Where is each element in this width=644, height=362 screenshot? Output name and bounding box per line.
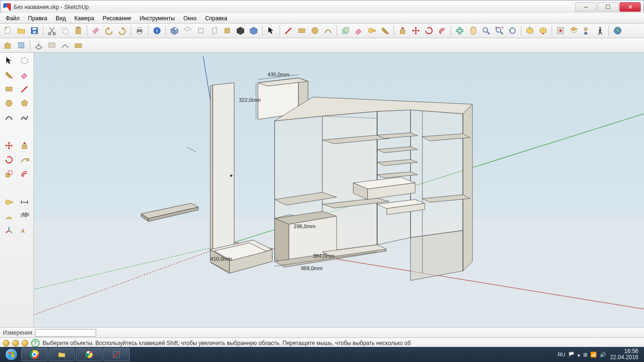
volume-icon[interactable]: 🔊 — [600, 352, 606, 358]
move-icon[interactable] — [2, 140, 16, 152]
circle-icon[interactable] — [2, 97, 16, 109]
cut-icon[interactable] — [46, 25, 58, 37]
credits-status-icon[interactable] — [12, 340, 19, 346]
move-tool-icon[interactable] — [410, 25, 422, 37]
extensions-icon[interactable] — [554, 25, 567, 37]
arc-tool-icon[interactable] — [322, 25, 334, 37]
menu-edit[interactable]: Правка — [25, 14, 51, 23]
menu-camera[interactable]: Камера — [71, 14, 98, 23]
section-cut-icon[interactable] — [59, 39, 71, 51]
clock[interactable]: 16:56 22.04.2016 — [610, 348, 638, 361]
rectangle-icon[interactable] — [2, 83, 16, 95]
menu-window[interactable]: Окно — [180, 14, 200, 23]
open-file-icon[interactable] — [15, 25, 27, 37]
measurements-input[interactable] — [35, 329, 96, 337]
freehand-icon[interactable] — [17, 111, 32, 123]
geo-status-icon[interactable] — [3, 340, 9, 346]
orbit-tool-icon[interactable] — [454, 25, 466, 37]
menu-help[interactable]: Справка — [201, 14, 231, 23]
make-component-icon[interactable] — [339, 25, 352, 37]
dc-options-icon[interactable] — [15, 39, 27, 51]
followme-icon[interactable] — [17, 154, 32, 166]
3dtext-icon[interactable]: A — [17, 224, 32, 237]
help-icon[interactable]: ? — [31, 339, 40, 347]
dynamic-component-icon[interactable] — [2, 39, 14, 51]
line-tool-icon[interactable] — [282, 25, 295, 37]
protractor-icon[interactable] — [2, 210, 16, 222]
circle-tool-icon[interactable] — [309, 25, 321, 37]
maximize-button[interactable]: ☐ — [597, 2, 619, 12]
bottom-view-icon[interactable] — [248, 25, 260, 37]
section-display-icon[interactable] — [46, 39, 58, 51]
eraser-icon[interactable] — [17, 69, 32, 81]
rotate-tool-icon[interactable] — [423, 25, 435, 37]
offset-tool-icon[interactable] — [436, 25, 448, 37]
language-indicator[interactable]: RU — [558, 352, 565, 357]
add-location-icon[interactable] — [611, 25, 624, 37]
polygon-icon[interactable] — [17, 97, 32, 109]
layers-icon[interactable] — [568, 25, 580, 37]
menu-draw[interactable]: Рисование — [99, 14, 135, 23]
claim-status-icon[interactable] — [22, 340, 28, 346]
back-view-icon[interactable] — [221, 25, 233, 37]
close-button[interactable]: ✕ — [619, 2, 641, 12]
tray-chevron-icon[interactable]: ▴ — [578, 352, 580, 358]
eraser-tool-icon[interactable] — [353, 25, 365, 37]
pushpull-tool-icon[interactable] — [396, 25, 409, 37]
iso-icon[interactable] — [168, 25, 181, 37]
copy-icon[interactable] — [59, 25, 71, 37]
dimension-icon[interactable] — [17, 196, 32, 208]
zoom-previous-icon[interactable] — [506, 25, 519, 37]
section-plane-icon[interactable] — [33, 39, 45, 51]
model-info-icon[interactable]: i — [151, 25, 163, 37]
left-view-icon[interactable] — [234, 25, 247, 37]
right-view-icon[interactable] — [208, 25, 220, 37]
start-button[interactable] — [2, 348, 21, 361]
front-view-icon[interactable] — [195, 25, 207, 37]
section-fill-icon[interactable] — [72, 39, 84, 51]
menu-file[interactable]: Файл — [2, 14, 24, 23]
text-icon[interactable]: ABC — [17, 210, 32, 222]
zoom-tool-icon[interactable] — [480, 25, 492, 37]
minimize-button[interactable]: ─ — [575, 2, 596, 12]
task-explorer-icon[interactable] — [49, 348, 75, 361]
scale-icon[interactable] — [2, 168, 16, 180]
menu-tools[interactable]: Инструменты — [136, 14, 179, 23]
task-chrome-icon[interactable] — [21, 348, 48, 361]
get-models-icon[interactable] — [524, 25, 536, 37]
share-model-icon[interactable] — [537, 25, 549, 37]
network-icon[interactable]: 📶 — [590, 352, 597, 358]
menu-view[interactable]: Вид — [52, 14, 70, 23]
flag-icon[interactable]: 🏳️ — [568, 352, 575, 358]
walk-tool-icon[interactable] — [594, 25, 606, 37]
erase-icon[interactable] — [90, 25, 102, 37]
offset-icon[interactable] — [17, 168, 32, 180]
pan-tool-icon[interactable] — [467, 25, 479, 37]
axes-icon[interactable] — [2, 224, 16, 237]
task-chrome2-icon[interactable] — [76, 348, 102, 361]
tape-icon[interactable] — [2, 196, 16, 208]
new-file-icon[interactable] — [2, 25, 14, 37]
rectangle-tool-icon[interactable] — [296, 25, 308, 37]
viewport[interactable]: 435,0mm 322,0mm — [34, 53, 644, 327]
task-sketchup-icon[interactable] — [103, 348, 130, 361]
pushpull-icon[interactable] — [17, 140, 32, 152]
select-icon[interactable] — [2, 55, 16, 67]
arc-icon[interactable] — [2, 111, 16, 123]
component-icon[interactable] — [17, 55, 32, 67]
paintbucket-icon[interactable] — [2, 69, 16, 81]
rotate-icon[interactable] — [2, 154, 16, 166]
select-tool-icon[interactable] — [265, 25, 277, 37]
tape-tool-icon[interactable] — [366, 25, 378, 37]
zoom-extents-icon[interactable] — [493, 25, 505, 37]
paint-tool-icon[interactable] — [379, 25, 391, 37]
top-view-icon[interactable] — [182, 25, 194, 37]
save-file-icon[interactable] — [28, 25, 41, 37]
undo-icon[interactable] — [103, 25, 115, 37]
position-camera-icon[interactable] — [581, 25, 593, 37]
redo-icon[interactable] — [116, 25, 128, 37]
print-icon[interactable] — [133, 25, 146, 37]
action-center-icon[interactable]: ⊞ — [583, 352, 587, 358]
pencil-icon[interactable] — [17, 83, 32, 95]
paste-icon[interactable] — [72, 25, 84, 37]
